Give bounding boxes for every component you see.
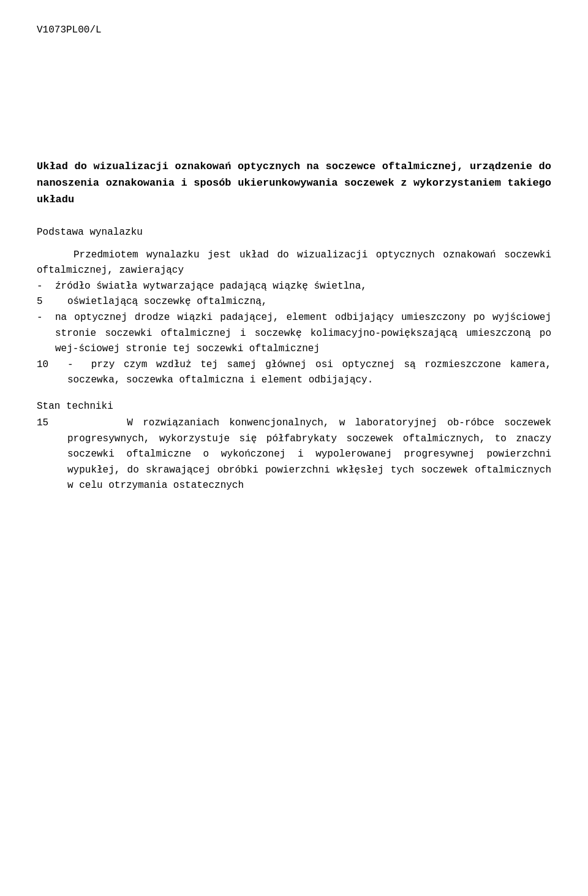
line-5-block: 5 oświetlającą soczewkę oftalmiczną,	[37, 294, 551, 310]
dash-symbol-1: -	[37, 279, 55, 295]
line-number-5: 5	[37, 294, 67, 310]
content-area: Przedmiotem wynalazku jest układ do wizu…	[37, 248, 551, 494]
dash-item-2: - na optycznej drodze wiązki padającej, …	[37, 310, 551, 357]
stan-intro: W rozwiązaniach konwencjonalnych, w labo…	[67, 417, 551, 491]
line-10-text: - przy czym wzdłuż tej samej głównej osi…	[67, 357, 551, 389]
document-title: Układ do wizualizacji oznakowań optyczny…	[37, 158, 551, 208]
stan-para-text: W rozwiązaniach konwencjonalnych, w labo…	[67, 416, 551, 494]
dash-item-2-text: na optycznej drodze wiązki padającej, el…	[55, 310, 551, 357]
line-15-block: 15 W rozwiązaniach konwencjonalnych, w l…	[37, 416, 551, 494]
line-5-text: oświetlającą soczewkę oftalmiczną,	[67, 294, 551, 310]
dash-symbol-2: -	[37, 310, 55, 357]
section-stan-heading: Stan techniki	[37, 401, 551, 412]
intro-paragraph: Przedmiotem wynalazku jest układ do wizu…	[37, 248, 551, 279]
dash-item-1: - źródło światła wytwarzające padającą w…	[37, 279, 551, 295]
line-number-15: 15	[37, 416, 67, 494]
section-podstawa-heading: Podstawa wynalazku	[37, 227, 551, 238]
document-id: V1073PL00/L	[37, 25, 551, 36]
line-10-block: 10 - przy czym wzdłuż tej samej głównej …	[37, 357, 551, 389]
title-section: Układ do wizualizacji oznakowań optyczny…	[37, 158, 551, 208]
page: V1073PL00/L Układ do wizualizacji oznako…	[0, 0, 588, 896]
dash-item-1-text: źródło światła wytwarzające padającą wią…	[55, 279, 551, 295]
line-number-10: 10	[37, 357, 67, 389]
